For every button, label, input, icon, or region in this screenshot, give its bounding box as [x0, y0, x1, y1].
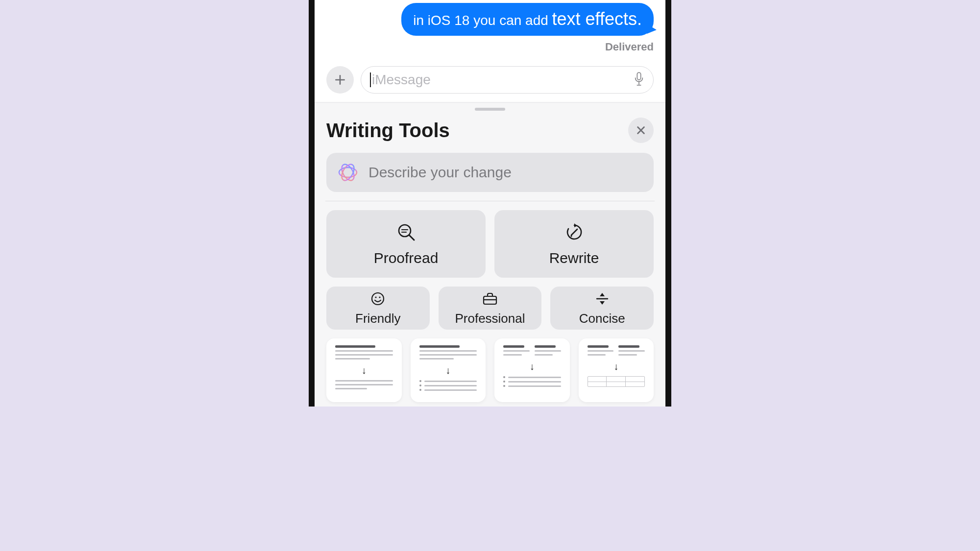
- arrow-down-icon: ↓: [503, 361, 561, 372]
- bubble-tail: [647, 24, 657, 34]
- svg-line-9: [571, 229, 577, 235]
- concise-button[interactable]: Concise: [550, 287, 654, 330]
- briefcase-icon: [482, 291, 498, 308]
- format-options-row: ↓ ↓: [326, 338, 654, 402]
- proofread-button[interactable]: Proofread: [326, 210, 486, 278]
- magnifier-icon: [396, 222, 416, 244]
- proofread-label: Proofread: [374, 250, 439, 266]
- key-points-format-button[interactable]: ↓: [411, 338, 486, 402]
- rewrite-icon: [564, 222, 584, 244]
- friendly-label: Friendly: [355, 311, 400, 326]
- list-format-button[interactable]: ↓: [494, 338, 570, 402]
- svg-point-11: [372, 293, 384, 305]
- describe-change-input[interactable]: Describe your change: [326, 153, 654, 192]
- sent-message-text: in iOS 18 you can add: [413, 13, 552, 28]
- microphone-icon: [634, 72, 644, 86]
- concise-label: Concise: [579, 311, 625, 326]
- friendly-button[interactable]: Friendly: [326, 287, 430, 330]
- sent-message-bubble[interactable]: in iOS 18 you can add text effects.: [401, 3, 654, 36]
- svg-marker-10: [570, 235, 572, 237]
- plus-icon: [334, 73, 346, 86]
- professional-label: Professional: [455, 311, 525, 326]
- primary-tools-row: Proofread Rewrite: [326, 210, 654, 278]
- close-button[interactable]: [628, 118, 654, 143]
- dictation-button[interactable]: [634, 72, 644, 88]
- sent-message-row: in iOS 18 you can add text effects.: [326, 3, 654, 36]
- svg-point-12: [375, 296, 377, 298]
- delivery-status: Delivered: [326, 41, 654, 53]
- add-button[interactable]: [326, 66, 354, 94]
- chat-area: in iOS 18 you can add text effects. Deli…: [315, 0, 665, 62]
- text-caret: [370, 72, 371, 87]
- screen: in iOS 18 you can add text effects. Deli…: [315, 0, 665, 407]
- apple-intelligence-icon: [336, 161, 360, 184]
- smile-icon: [370, 291, 385, 308]
- arrow-down-icon: ↓: [419, 365, 477, 376]
- describe-change-placeholder: Describe your change: [368, 164, 512, 181]
- sheet-title: Writing Tools: [326, 120, 450, 142]
- arrow-down-icon: ↓: [588, 361, 645, 372]
- svg-marker-18: [600, 301, 605, 305]
- rewrite-label: Rewrite: [549, 250, 599, 266]
- sheet-header: Writing Tools: [326, 118, 654, 143]
- sheet-grabber[interactable]: [475, 108, 505, 111]
- table-icon: [588, 376, 645, 387]
- svg-marker-16: [600, 293, 605, 296]
- svg-rect-0: [637, 72, 640, 80]
- divider: [325, 201, 655, 201]
- professional-button[interactable]: Professional: [439, 287, 542, 330]
- message-input[interactable]: iMessage: [361, 66, 654, 94]
- message-input-row: iMessage: [315, 62, 665, 102]
- svg-point-3: [339, 162, 356, 182]
- concise-icon: [595, 291, 610, 308]
- message-placeholder: iMessage: [372, 72, 431, 88]
- tone-tools-row: Friendly Professional: [326, 287, 654, 330]
- rewrite-button[interactable]: Rewrite: [494, 210, 654, 278]
- sent-message-emphasis: text effects.: [552, 9, 642, 29]
- arrow-down-icon: ↓: [335, 365, 393, 376]
- table-format-button[interactable]: ↓: [579, 338, 654, 402]
- svg-point-13: [379, 296, 381, 298]
- svg-line-7: [409, 235, 414, 240]
- device-frame: in iOS 18 you can add text effects. Deli…: [309, 0, 671, 407]
- writing-tools-sheet: Writing Tools: [315, 102, 665, 407]
- close-icon: [636, 125, 646, 136]
- summary-format-button[interactable]: ↓: [326, 338, 402, 402]
